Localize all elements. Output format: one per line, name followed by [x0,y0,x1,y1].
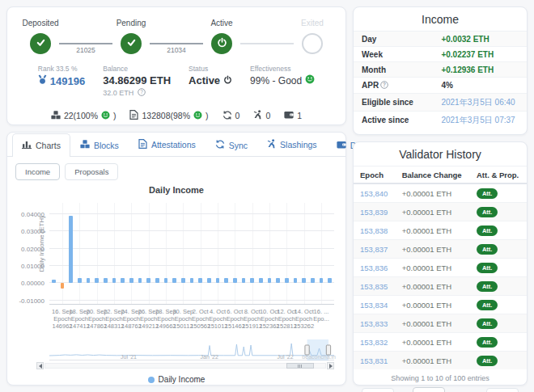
daily-income-bar[interactable] [61,283,65,288]
daily-income-bar[interactable] [78,278,82,284]
daily-income-bar[interactable] [87,278,91,284]
subtab-income[interactable]: Income [15,163,60,180]
daily-income-bar[interactable] [104,278,108,284]
scroll-left-button[interactable] [36,362,44,369]
pending-check-circle [121,33,142,54]
x-gridline [114,203,115,304]
step-pending: Pending [106,19,156,54]
daily-income-bar[interactable] [285,278,289,284]
chart-legend-item[interactable]: Daily Income [7,375,345,384]
scrollbar-thumb[interactable] [286,363,315,369]
epoch-link[interactable]: 153,839 [360,208,388,217]
history-row: 153,837 +0.00001 ETH Att. [354,240,527,259]
daily-income-bar[interactable] [207,278,211,284]
cubes-icon [51,111,61,121]
y-gridline [49,265,334,266]
x-gridline [218,203,218,304]
slashings-counter[interactable]: 0 [253,110,270,121]
daily-income-bar[interactable] [190,278,194,284]
lifecycle-stepper: Deposited 21025 Pending [7,19,345,54]
daily-income-bar[interactable] [69,216,73,283]
daily-income-bar[interactable] [294,278,298,284]
daily-income-bar[interactable] [164,278,168,284]
daily-income-bar[interactable] [302,278,306,284]
tab-attestations[interactable]: Attestations [129,133,206,156]
attestations-counter[interactable]: 132808(98% ) [129,110,208,121]
sync-counter[interactable]: 0 [222,110,240,121]
daily-income-bar[interactable] [95,278,99,284]
daily-income-bar[interactable] [242,278,246,284]
rank-value-link[interactable]: 149196 [38,74,85,87]
epoch-link[interactable]: 153,835 [360,282,388,291]
daily-income-bar[interactable] [250,278,254,284]
deposited-check-circle [30,33,51,54]
history-row: 153,831 +0.00001 ETH Att. [354,352,527,370]
x-gridline [97,203,98,304]
tab-sync[interactable]: Sync [206,133,257,156]
daily-income-bar[interactable] [129,278,134,284]
x-tick-label: 16. ...Epo... [313,308,329,322]
scrollbar-track[interactable] [44,363,326,369]
daily-income-bar[interactable] [112,278,117,284]
subtab-proposals[interactable]: Proposals [65,163,118,180]
balance-change: +0.00001 ETH [402,189,452,198]
active-power-circle [211,33,232,54]
daily-income-bar[interactable] [138,278,142,284]
balance-change: +0.00001 ETH [402,282,452,291]
stat-status: Status Active [189,65,232,98]
last-page-button[interactable]: Last [486,388,519,392]
y-tick-label: 0.03000 [21,228,44,235]
history-row: 153,832 +0.00001 ETH Att. [354,333,527,352]
attestation-badge: Att. [477,207,498,217]
daily-income-bar[interactable] [233,278,237,284]
epoch-link[interactable]: 153,836 [360,263,388,272]
epoch-link[interactable]: 153,834 [360,301,388,310]
income-row: Day +0.0032 ETH [354,32,527,47]
daily-income-bar[interactable] [276,278,280,284]
daily-income-bar[interactable] [172,278,176,284]
first-page-button[interactable]: First [362,388,394,392]
daily-income-bar[interactable] [311,278,315,284]
tab-slashings[interactable]: Slashings [257,133,327,156]
question-circle-icon[interactable]: ? [138,88,146,98]
epoch-link[interactable]: 153,837 [360,245,388,254]
tab-blocks[interactable]: Blocks [70,133,129,156]
wallet-icon [337,141,346,150]
epoch-link[interactable]: 153,833 [360,319,388,328]
daily-income-bar[interactable] [155,278,159,284]
chart-navigator[interactable]: Jul '21 Jan '22 Jul '22 [49,339,334,360]
history-title: Validator History [354,142,527,166]
chart-scrollbar[interactable] [36,362,334,369]
daily-income-bar[interactable] [216,278,220,284]
tab-charts[interactable]: Charts [12,133,70,157]
daily-income-bar[interactable] [328,278,332,284]
step-exited: Exited [287,19,337,54]
epoch-link[interactable]: 153,832 [360,338,388,347]
daily-income-bar[interactable] [259,278,263,284]
daily-income-bar[interactable] [268,278,272,284]
blocks-counter[interactable]: 22(100% ) [51,110,117,121]
scroll-right-button[interactable] [327,362,334,369]
x-gridline [321,203,322,304]
daily-income-bar[interactable] [52,280,56,283]
charts-panel: Charts Blocks Attestations Sync Slashing… [6,132,346,386]
navigator-tick: Jul '21 [121,354,137,360]
epoch-link[interactable]: 153,838 [360,226,388,235]
page-number-input[interactable] [413,387,445,392]
daily-income-bar[interactable] [146,278,150,284]
balance-change: +0.00001 ETH [402,319,452,328]
x-gridline [286,203,287,304]
epoch-link[interactable]: 153,840 [360,189,388,198]
daily-income-bar[interactable] [320,278,324,284]
sync-icon [222,111,232,121]
connector-deposited-pending: 21025 [59,19,112,54]
power-icon [217,36,227,51]
beaconchain-watermark: beaconcha.in [302,354,336,360]
daily-income-bar[interactable] [198,278,202,284]
epoch-link[interactable]: 153,831 [360,356,388,365]
daily-income-bar[interactable] [181,278,185,284]
daily-income-bar[interactable] [224,278,228,284]
question-circle-icon[interactable]: ? [380,81,388,91]
deposits-counter[interactable]: 1 [284,110,302,121]
daily-income-bar[interactable] [121,278,125,284]
